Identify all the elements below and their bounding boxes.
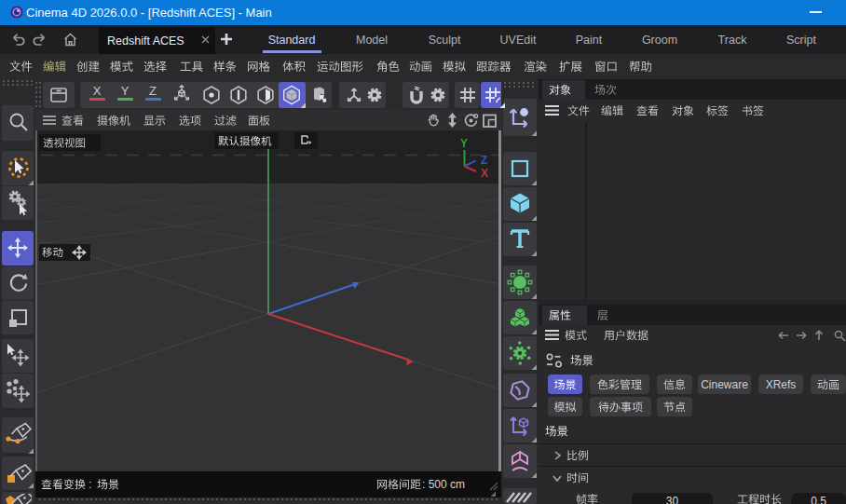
svg-text:Z: Z: [481, 154, 487, 167]
svg-text:X: X: [481, 167, 488, 180]
svg-text:Y: Y: [460, 137, 468, 150]
